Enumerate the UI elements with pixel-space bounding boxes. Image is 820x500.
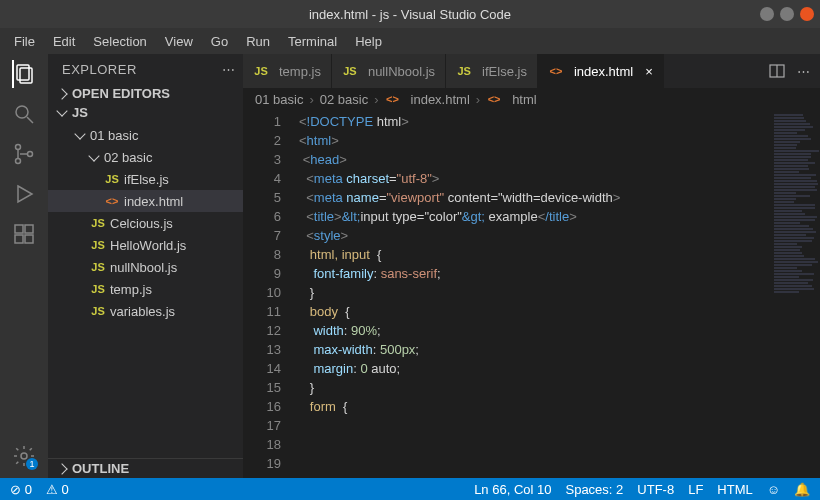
folder-item[interactable]: 02 basic	[48, 146, 243, 168]
svg-rect-8	[15, 225, 23, 233]
editor-area: JStemp.jsJSnullNbool.jsJSifElse.js<>inde…	[243, 54, 820, 478]
settings-badge: 1	[26, 458, 38, 470]
menu-selection[interactable]: Selection	[85, 32, 154, 51]
svg-marker-7	[18, 186, 32, 202]
menu-help[interactable]: Help	[347, 32, 390, 51]
extensions-icon[interactable]	[12, 222, 36, 246]
split-editor-icon[interactable]	[769, 63, 785, 79]
breadcrumb-item[interactable]: html	[512, 92, 537, 107]
menu-run[interactable]: Run	[238, 32, 278, 51]
status-encoding[interactable]: UTF-8	[637, 482, 674, 497]
tree-item-label: 01 basic	[90, 128, 138, 143]
sidebar: EXPLORER ⋯ OPEN EDITORS JS 01 basic02 ba…	[48, 54, 243, 478]
status-feedback-icon[interactable]: ☺	[767, 482, 780, 497]
html-file-icon: <>	[104, 195, 120, 207]
file-item[interactable]: JSvariables.js	[48, 300, 243, 322]
breadcrumb-item[interactable]: index.html	[411, 92, 470, 107]
code-editor[interactable]: 12345678910111213141516171819 <!DOCTYPE …	[243, 110, 820, 478]
tree-item-label: 02 basic	[104, 150, 152, 165]
status-indent[interactable]: Spaces: 2	[565, 482, 623, 497]
more-actions-icon[interactable]: ⋯	[797, 64, 810, 79]
file-item[interactable]: JSHelloWorld.js	[48, 234, 243, 256]
outline-section[interactable]: OUTLINE	[48, 458, 243, 478]
chevron-down-icon	[88, 150, 99, 161]
chevron-down-icon	[74, 128, 85, 139]
svg-point-6	[28, 152, 33, 157]
status-eol[interactable]: LF	[688, 482, 703, 497]
run-debug-icon[interactable]	[12, 182, 36, 206]
status-warnings[interactable]: ⚠ 0	[46, 482, 69, 497]
status-position[interactable]: Ln 66, Col 10	[474, 482, 551, 497]
tree-item-label: index.html	[124, 194, 183, 209]
tree-item-label: temp.js	[110, 282, 152, 297]
maximize-button[interactable]	[780, 7, 794, 21]
js-file-icon: JS	[342, 65, 358, 77]
settings-icon[interactable]: 1	[12, 444, 36, 468]
minimize-button[interactable]	[760, 7, 774, 21]
tree-item-label: HelloWorld.js	[110, 238, 186, 253]
file-item[interactable]: JSnullNbool.js	[48, 256, 243, 278]
code-element-icon: <>	[486, 93, 502, 105]
sidebar-title: EXPLORER ⋯	[48, 54, 243, 84]
folder-item[interactable]: 01 basic	[48, 124, 243, 146]
tab-label: index.html	[574, 64, 633, 79]
chevron-right-icon: ›	[476, 92, 480, 107]
file-item[interactable]: <>index.html	[48, 190, 243, 212]
title-bar: index.html - js - Visual Studio Code	[0, 0, 820, 28]
tab-label: ifElse.js	[482, 64, 527, 79]
menu-terminal[interactable]: Terminal	[280, 32, 345, 51]
editor-tab[interactable]: JSnullNbool.js	[332, 54, 446, 88]
status-language[interactable]: HTML	[717, 482, 752, 497]
tab-label: nullNbool.js	[368, 64, 435, 79]
status-bell-icon[interactable]: 🔔	[794, 482, 810, 497]
js-file-icon: JS	[456, 65, 472, 77]
menu-file[interactable]: File	[6, 32, 43, 51]
file-tree: 01 basic02 basicJSifElse.js<>index.htmlJ…	[48, 122, 243, 458]
breadcrumb-item[interactable]: 01 basic	[255, 92, 303, 107]
close-tab-icon[interactable]: ×	[645, 64, 653, 79]
svg-point-2	[16, 106, 28, 118]
open-editors-section[interactable]: OPEN EDITORS	[48, 84, 243, 103]
workspace-section[interactable]: JS	[48, 103, 243, 122]
svg-line-3	[27, 117, 33, 123]
editor-tab[interactable]: JStemp.js	[243, 54, 332, 88]
minimap[interactable]	[770, 110, 820, 478]
chevron-right-icon: ›	[374, 92, 378, 107]
svg-rect-9	[25, 225, 33, 233]
js-file-icon: JS	[90, 217, 106, 229]
breadcrumbs[interactable]: 01 basic›02 basic›<>index.html›<>html	[243, 88, 820, 110]
svg-rect-10	[15, 235, 23, 243]
js-file-icon: JS	[90, 283, 106, 295]
editor-tab[interactable]: JSifElse.js	[446, 54, 538, 88]
chevron-right-icon	[56, 463, 67, 474]
window-title: index.html - js - Visual Studio Code	[8, 7, 812, 22]
code-content[interactable]: <!DOCTYPE html><html> <head> <meta chars…	[291, 110, 770, 478]
close-button[interactable]	[800, 7, 814, 21]
html-file-icon: <>	[548, 65, 564, 77]
tree-item-label: nullNbool.js	[110, 260, 177, 275]
source-control-icon[interactable]	[12, 142, 36, 166]
search-icon[interactable]	[12, 102, 36, 126]
status-errors[interactable]: ⊘ 0	[10, 482, 32, 497]
js-file-icon: JS	[90, 305, 106, 317]
file-item[interactable]: JStemp.js	[48, 278, 243, 300]
editor-tabs: JStemp.jsJSnullNbool.jsJSifElse.js<>inde…	[243, 54, 820, 88]
svg-point-5	[16, 159, 21, 164]
chevron-down-icon	[56, 105, 67, 116]
js-file-icon: JS	[90, 261, 106, 273]
svg-rect-11	[25, 235, 33, 243]
explorer-icon[interactable]	[12, 62, 36, 86]
menu-bar: File Edit Selection View Go Run Terminal…	[0, 28, 820, 54]
menu-go[interactable]: Go	[203, 32, 236, 51]
tree-item-label: variables.js	[110, 304, 175, 319]
file-item[interactable]: JSCelcious.js	[48, 212, 243, 234]
menu-edit[interactable]: Edit	[45, 32, 83, 51]
js-file-icon: JS	[90, 239, 106, 251]
menu-view[interactable]: View	[157, 32, 201, 51]
editor-tab[interactable]: <>index.html×	[538, 54, 664, 88]
breadcrumb-item[interactable]: 02 basic	[320, 92, 368, 107]
sidebar-more-icon[interactable]: ⋯	[222, 62, 236, 77]
file-item[interactable]: JSifElse.js	[48, 168, 243, 190]
tree-item-label: Celcious.js	[110, 216, 173, 231]
js-file-icon: JS	[104, 173, 120, 185]
